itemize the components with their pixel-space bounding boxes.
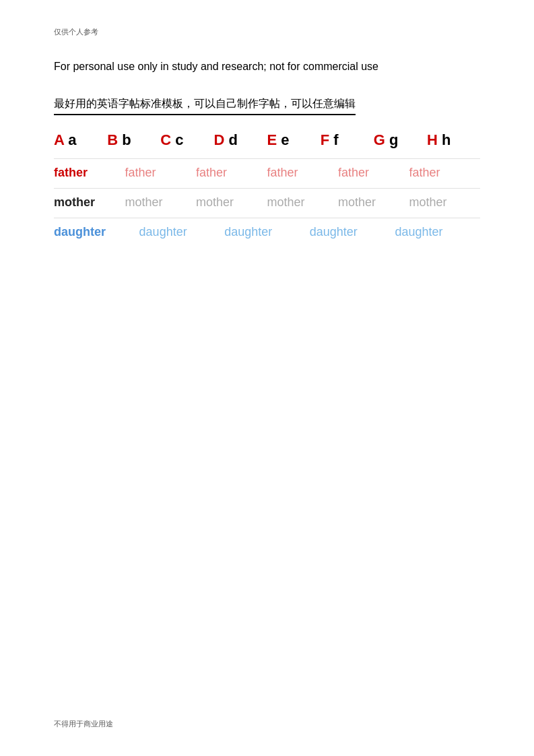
alpha-upper: B (107, 131, 118, 148)
word-cell: father (54, 163, 125, 183)
word-cell: father (125, 163, 197, 183)
top-note: 仅供个人参考 (54, 27, 480, 37)
word-row: daughterdaughterdaughterdaughterdaughter (54, 218, 480, 242)
word-cell: mother (409, 193, 481, 212)
word-row: mothermothermothermothermothermother (54, 188, 480, 212)
alpha-lower: f (329, 131, 338, 148)
alpha-lower: c (171, 131, 183, 148)
word-cell: father (338, 163, 409, 183)
bottom-note: 不得用于商业用途 (54, 719, 113, 729)
word-cell: daughter (224, 222, 310, 242)
word-cell: mother (338, 193, 409, 212)
alphabet-cell: A a (54, 129, 107, 152)
word-cell: father (409, 163, 481, 183)
alpha-lower: b (118, 131, 131, 148)
word-row: fatherfatherfatherfatherfatherfather (54, 158, 480, 183)
alphabet-cell: F f (321, 129, 374, 152)
section-title: 最好用的英语字帖标准模板，可以自己制作字帖，可以任意编辑 (54, 97, 356, 115)
alphabet-cell: C c (160, 129, 213, 152)
alphabet-row: A aB bC cD dE eF fG gH h (54, 129, 480, 152)
alpha-upper: H (427, 131, 438, 148)
alpha-upper: C (160, 131, 171, 148)
alphabet-cell: D d (213, 129, 267, 152)
page: 仅供个人参考 For personal use only in study an… (0, 0, 534, 756)
alphabet-cell: H h (427, 129, 480, 152)
alphabet-grid: A aB bC cD dE eF fG gH h fatherfatherfat… (54, 129, 480, 242)
alphabet-cell: G g (374, 129, 427, 152)
alpha-upper: G (374, 131, 385, 148)
word-cell: daughter (139, 222, 225, 242)
alphabet-cell: E e (267, 129, 321, 152)
alpha-lower: h (438, 131, 451, 148)
word-cell: mother (54, 193, 125, 212)
content-section: 最好用的英语字帖标准模板，可以自己制作字帖，可以任意编辑 A aB bC cD … (54, 97, 480, 242)
alpha-upper: F (321, 131, 329, 148)
alpha-upper: E (267, 131, 277, 148)
alpha-lower: e (277, 131, 289, 148)
word-cell: mother (125, 193, 197, 212)
word-cell: mother (267, 193, 339, 212)
alpha-lower: d (224, 131, 238, 148)
word-cell: father (267, 163, 339, 183)
alpha-upper: A (54, 131, 64, 148)
word-cell: daughter (395, 222, 480, 242)
alpha-lower: a (64, 131, 76, 148)
word-cell: father (196, 163, 267, 183)
personal-use-text: For personal use only in study and resea… (54, 57, 480, 77)
word-cell: daughter (310, 222, 395, 242)
alpha-lower: g (385, 131, 399, 148)
word-cell: mother (196, 193, 267, 212)
alphabet-cell: B b (107, 129, 160, 152)
word-cell: daughter (54, 222, 139, 242)
alpha-upper: D (213, 131, 224, 148)
